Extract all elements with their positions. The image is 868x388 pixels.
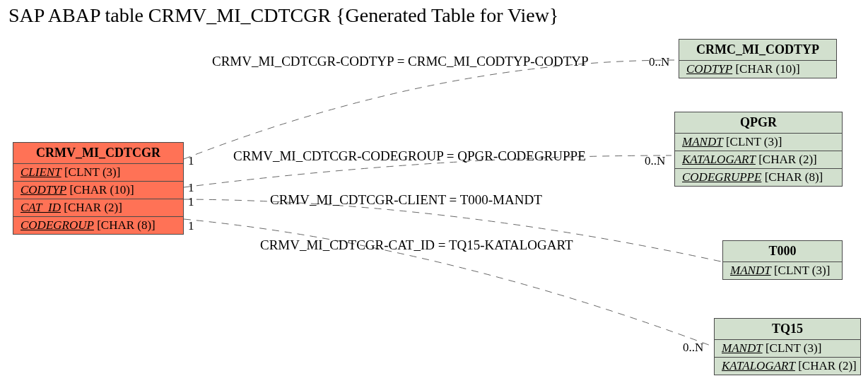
entity-header: CRMV_MI_CDTCGR: [13, 143, 183, 164]
entity-header: CRMC_MI_CODTYP: [679, 40, 836, 61]
cardinality-right: 0..N: [649, 55, 669, 69]
entity-crmv-mi-cdtcgr: CRMV_MI_CDTCGR CLIENT [CLNT (3)] CODTYP …: [13, 142, 184, 235]
entity-field: MANDT [CLNT (3)]: [675, 134, 842, 151]
entity-field: CODTYP [CHAR (10)]: [13, 182, 183, 199]
relation-label: CRMV_MI_CDTCGR-CLIENT = T000-MANDT: [270, 192, 542, 208]
entity-qpgr: QPGR MANDT [CLNT (3)] KATALOGART [CHAR (…: [674, 112, 843, 187]
entity-field: KATALOGART [CHAR (2)]: [715, 358, 860, 375]
page-title: SAP ABAP table CRMV_MI_CDTCGR {Generated…: [8, 4, 558, 27]
entity-field: MANDT [CLNT (3)]: [723, 262, 842, 279]
relation-label: CRMV_MI_CDTCGR-CAT_ID = TQ15-KATALOGART: [260, 237, 573, 253]
cardinality-left: 1: [188, 154, 194, 168]
relation-label: CRMV_MI_CDTCGR-CODTYP = CRMC_MI_CODTYP-C…: [212, 54, 589, 69]
cardinality-left: 1: [188, 219, 194, 233]
cardinality-right: 0..N: [645, 154, 665, 168]
entity-header: QPGR: [675, 112, 842, 134]
entity-field: CODTYP [CHAR (10)]: [679, 61, 836, 78]
entity-field: CODEGROUP [CHAR (8)]: [13, 217, 183, 234]
relation-label: CRMV_MI_CDTCGR-CODEGROUP = QPGR-CODEGRUP…: [233, 148, 586, 164]
entity-crmc-mi-codtyp: CRMC_MI_CODTYP CODTYP [CHAR (10)]: [679, 39, 837, 78]
entity-header: TQ15: [715, 319, 860, 340]
entity-field: KATALOGART [CHAR (2)]: [675, 151, 842, 169]
entity-field: CAT_ID [CHAR (2)]: [13, 199, 183, 217]
cardinality-left: 1: [188, 181, 194, 195]
entity-field: CLIENT [CLNT (3)]: [13, 164, 183, 182]
cardinality-left: 1: [188, 195, 194, 209]
entity-header: T000: [723, 241, 842, 262]
entity-t000: T000 MANDT [CLNT (3)]: [722, 240, 843, 280]
entity-field: MANDT [CLNT (3)]: [715, 340, 860, 358]
entity-tq15: TQ15 MANDT [CLNT (3)] KATALOGART [CHAR (…: [714, 318, 861, 375]
cardinality-right: 0..N: [683, 341, 703, 355]
entity-field: CODEGRUPPE [CHAR (8)]: [675, 169, 842, 186]
